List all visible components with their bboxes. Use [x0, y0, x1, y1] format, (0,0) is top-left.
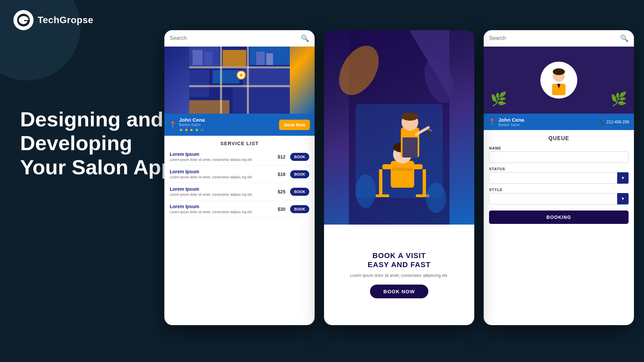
phone1-map	[164, 47, 315, 114]
book-now-button-1[interactable]: Book Now	[279, 120, 310, 130]
queue-title: QUEUE	[489, 135, 629, 141]
svg-rect-24	[379, 169, 382, 196]
queue-section: QUEUE NAME STATUS ▼ STYLE ▼ BOOKING	[484, 130, 634, 325]
svg-point-15	[239, 73, 243, 77]
phone1-search-bar: 🔍	[164, 30, 315, 47]
service-list-title: SERVICE LIST	[164, 136, 315, 148]
phone3-location-info: John Cena Barber Salon	[498, 117, 599, 127]
phone-screen-3: 🔍 🌿 🌿 📍 John Cena	[484, 30, 634, 325]
phone-screen-1: 🔍	[164, 30, 315, 325]
book-button-3[interactable]: BOOK	[290, 188, 309, 196]
phone1-location-bar: 📍 John Cena Barber Salon ★ ★ ★ ★ ☆ Book …	[164, 114, 315, 136]
svg-rect-37	[428, 129, 429, 131]
phone3-profile-type: Barber Salon	[498, 123, 599, 127]
phone-screen-2: BOOK A VISIT EASY AND FAST Lorem ipsum d…	[324, 30, 474, 325]
service-item-3: Lorem Ipsum Lorem ipsum dolor sit amet, …	[164, 183, 315, 200]
main-title: Designing and Developing Your Salon App	[20, 107, 174, 179]
phone2-title: BOOK A VISIT EASY AND FAST	[368, 251, 431, 269]
phone3-search-bar: 🔍	[484, 30, 634, 47]
phone-number: 212-456-289	[606, 120, 629, 124]
service-details-3: Lorem Ipsum Lorem ipsum dolor sit amet, …	[170, 186, 273, 197]
style-select[interactable]	[489, 193, 629, 204]
phone2-illustration	[324, 30, 474, 225]
service-name-1: Lorem Ipsum	[170, 152, 273, 157]
style-select-wrapper: ▼	[489, 193, 629, 204]
search-icon-1: 🔍	[301, 34, 309, 42]
service-name-4: Lorem Ipsum	[170, 204, 273, 209]
svg-rect-18	[193, 50, 203, 65]
service-price-4: $30	[278, 206, 285, 212]
svg-point-34	[401, 113, 418, 121]
name-label: NAME	[489, 146, 629, 150]
svg-rect-9	[233, 87, 290, 114]
main-title-line2: Developing	[20, 131, 174, 155]
phone2-desc: Lorem ipsum dolor sit amet, consectetur …	[350, 273, 448, 278]
service-desc-2: Lorem ipsum dolor sit amet, consectetur …	[170, 175, 273, 179]
svg-rect-38	[430, 129, 430, 131]
phone3-name-bar: 📍 John Cena Barber Salon 📞 212-456-289	[484, 114, 634, 130]
svg-rect-17	[266, 53, 273, 65]
logo-area: TechGropse	[13, 10, 93, 30]
service-item-4: Lorem Ipsum Lorem ipsum dolor sit amet, …	[164, 200, 315, 218]
book-button-4[interactable]: BOOK	[290, 205, 309, 213]
main-title-line3: Your Salon App	[20, 155, 174, 179]
phone3-contact: 📞 212-456-289	[599, 119, 629, 125]
search-icon-3: 🔍	[620, 34, 629, 42]
service-desc-4: Lorem ipsum dolor sit amet, consectetur …	[170, 210, 273, 214]
phone2-title-line2: EASY AND FAST	[368, 260, 431, 269]
leaf-left-icon: 🌿	[490, 91, 507, 107]
name-input[interactable]	[489, 152, 629, 163]
logo-icon	[13, 10, 34, 30]
svg-point-46	[553, 68, 565, 75]
profile-avatar	[540, 62, 577, 99]
book-button-2[interactable]: BOOK	[290, 170, 309, 178]
svg-rect-7	[243, 68, 290, 87]
svg-point-41	[356, 174, 376, 208]
svg-rect-39	[431, 130, 432, 131]
status-select-wrapper: ▼	[489, 172, 629, 184]
svg-rect-8	[189, 100, 229, 114]
service-desc-1: Lorem ipsum dolor sit amet, consectetur …	[170, 158, 273, 162]
svg-rect-40	[402, 137, 418, 158]
location-type-1: Barber Salon	[179, 123, 279, 127]
phone3-profile-name: John Cena	[498, 117, 599, 123]
svg-rect-26	[376, 194, 389, 197]
service-details-4: Lorem Ipsum Lorem ipsum dolor sit amet, …	[170, 204, 273, 214]
phone-icon: 📞	[599, 119, 605, 125]
phones-container: 🔍	[164, 30, 634, 325]
svg-point-42	[426, 183, 446, 213]
main-title-line1: Designing and	[20, 107, 174, 131]
booking-button[interactable]: BOOKING	[489, 210, 629, 224]
svg-rect-31	[392, 168, 413, 171]
svg-rect-19	[204, 52, 213, 65]
book-button-1[interactable]: BOOK	[290, 153, 309, 161]
svg-rect-16	[256, 52, 265, 65]
location-info-1: John Cena Barber Salon ★ ★ ★ ★ ☆	[179, 117, 279, 132]
phone2-bottom: BOOK A VISIT EASY AND FAST Lorem ipsum d…	[324, 225, 474, 325]
status-label: STATUS	[489, 167, 629, 171]
service-desc-3: Lorem ipsum dolor sit amet, consectetur …	[170, 192, 273, 197]
service-name-3: Lorem Ipsum	[170, 186, 273, 192]
book-now-large-button[interactable]: BOOK NOW	[370, 285, 428, 298]
search-input-3[interactable]	[489, 35, 620, 41]
location-pin-icon-1: 📍	[169, 121, 176, 128]
leaf-right-icon: 🌿	[610, 91, 627, 107]
svg-rect-25	[423, 169, 426, 196]
phone3-profile: 🌿 🌿	[484, 47, 634, 114]
service-price-2: $18	[278, 172, 285, 177]
service-details-2: Lorem Ipsum Lorem ipsum dolor sit amet, …	[170, 169, 273, 179]
svg-rect-3	[223, 50, 246, 67]
service-details-1: Lorem Ipsum Lorem ipsum dolor sit amet, …	[170, 152, 273, 162]
service-price-3: $25	[278, 189, 285, 194]
svg-rect-5	[189, 70, 209, 97]
location-pin-icon-3: 📍	[488, 118, 496, 126]
svg-rect-6	[213, 70, 239, 83]
stars-1: ★ ★ ★ ★ ☆	[179, 127, 279, 132]
service-item-1: Lorem Ipsum Lorem ipsum dolor sit amet, …	[164, 148, 315, 166]
svg-rect-28	[391, 161, 414, 188]
service-price-1: $12	[278, 154, 285, 160]
service-item-2: Lorem Ipsum Lorem ipsum dolor sit amet, …	[164, 166, 315, 183]
brand-name: TechGropse	[38, 15, 93, 25]
status-select[interactable]	[489, 172, 629, 184]
search-input-1[interactable]	[170, 35, 301, 41]
